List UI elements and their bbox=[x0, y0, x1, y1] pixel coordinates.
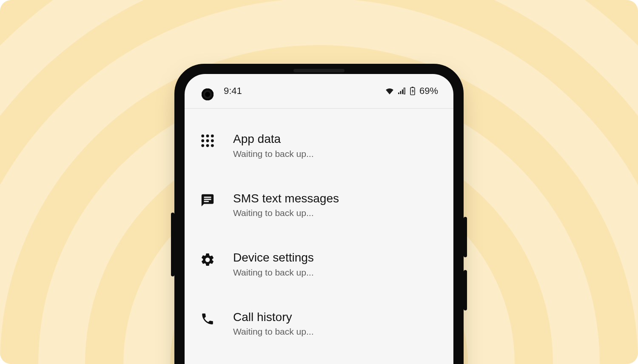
backup-list: App data Waiting to back up... bbox=[185, 121, 453, 358]
svg-rect-15 bbox=[204, 196, 211, 198]
status-time: 9:41 bbox=[224, 85, 242, 97]
battery-percent: 69% bbox=[419, 85, 438, 97]
message-icon bbox=[197, 191, 218, 208]
backup-item-app-data[interactable]: App data Waiting to back up... bbox=[197, 121, 441, 180]
svg-point-10 bbox=[206, 139, 209, 142]
backup-item-title: SMS text messages bbox=[233, 191, 441, 206]
phone-speaker bbox=[293, 69, 345, 72]
svg-point-14 bbox=[211, 144, 214, 147]
phone-volume-down-button bbox=[464, 270, 467, 310]
svg-rect-16 bbox=[204, 199, 211, 200]
backup-item-subtitle: Waiting to back up... bbox=[233, 149, 441, 159]
backup-item-subtitle: Waiting to back up... bbox=[233, 327, 441, 337]
status-indicators: 69% bbox=[385, 85, 438, 97]
backup-item-subtitle: Waiting to back up... bbox=[233, 267, 441, 278]
battery-icon bbox=[410, 87, 415, 95]
svg-rect-3 bbox=[404, 88, 405, 94]
svg-rect-0 bbox=[398, 93, 399, 94]
phone-volume-up-button bbox=[464, 217, 467, 257]
backup-item-device-settings[interactable]: Device settings Waiting to back up... bbox=[197, 239, 441, 299]
svg-point-9 bbox=[201, 139, 204, 142]
promo-canvas: 9:41 bbox=[0, 0, 638, 364]
phone-power-button bbox=[171, 213, 174, 276]
svg-point-11 bbox=[211, 139, 214, 142]
gear-icon bbox=[197, 250, 218, 267]
backup-item-subtitle: Waiting to back up... bbox=[233, 208, 441, 218]
svg-rect-2 bbox=[402, 89, 403, 94]
backup-item-title: App data bbox=[233, 132, 441, 146]
status-bar: 9:41 bbox=[185, 74, 453, 108]
backup-item-title: Call history bbox=[233, 310, 441, 324]
phone-frame: 9:41 bbox=[174, 64, 464, 364]
backup-item-call-history[interactable]: Call history Waiting to back up... bbox=[197, 299, 441, 358]
wifi-icon bbox=[385, 88, 394, 94]
backup-item-title: Device settings bbox=[233, 250, 441, 265]
phone-icon bbox=[197, 310, 218, 326]
svg-point-8 bbox=[211, 134, 214, 137]
cellular-signal-icon bbox=[398, 88, 406, 94]
svg-point-6 bbox=[201, 134, 204, 137]
header-divider bbox=[185, 108, 453, 109]
svg-rect-17 bbox=[204, 201, 209, 202]
backup-item-sms[interactable]: SMS text messages Waiting to back up... bbox=[197, 180, 441, 240]
svg-rect-1 bbox=[400, 91, 401, 94]
svg-point-12 bbox=[201, 144, 204, 147]
svg-point-7 bbox=[206, 134, 209, 137]
phone-screen: 9:41 bbox=[185, 74, 453, 364]
svg-point-13 bbox=[206, 144, 209, 147]
apps-icon bbox=[197, 132, 218, 148]
